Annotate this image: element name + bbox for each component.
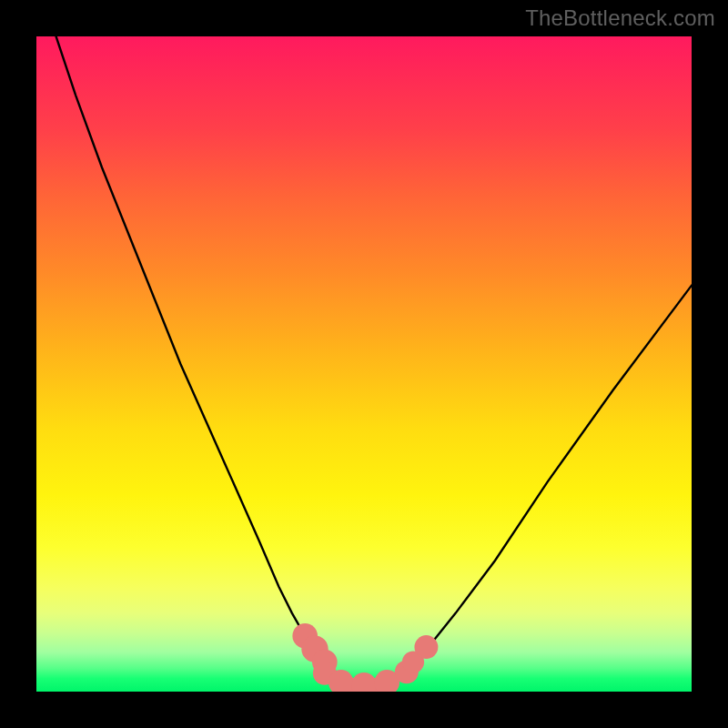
bottleneck-curve xyxy=(56,36,692,685)
series-layer xyxy=(36,36,692,692)
plot-area xyxy=(36,36,692,692)
curve-marker xyxy=(414,635,438,659)
curve-markers xyxy=(292,623,438,692)
curve-marker xyxy=(351,672,377,692)
chart-frame: TheBottleneck.com xyxy=(0,0,728,728)
watermark-text: TheBottleneck.com xyxy=(525,5,715,31)
